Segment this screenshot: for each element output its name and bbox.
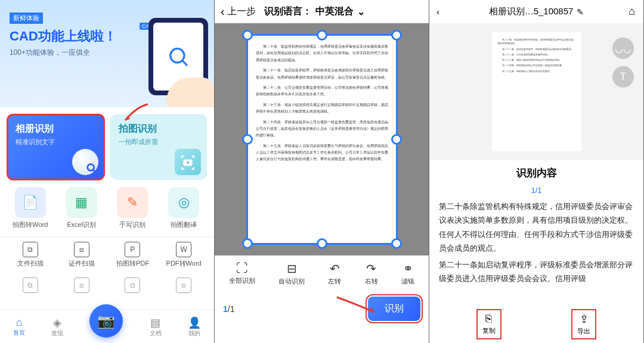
card-title: 相册识别 [16, 123, 96, 135]
svg-line-1 [182, 61, 187, 66]
filter-icon: ⚭ [401, 261, 414, 276]
back-label[interactable]: 上一步 [227, 5, 256, 18]
language-selector[interactable]: 识别语言： 中英混合 ⌄ [261, 5, 365, 18]
crop-panel: ‹ 上一步 识别语言： 中英混合 ⌄ 第二十条 除监管机构有特殊规定，信用评级委… [215, 0, 429, 343]
result-section-header: 识别内容 [429, 160, 643, 186]
file-scan-icon: ⧉ [23, 242, 38, 257]
crop-frame[interactable]: 第二十条 除监管机构有特殊规定，信用评级委员会评审会议表决实施简单多数原则，具有… [247, 35, 397, 244]
bottom-nav: ⌂首页 ◈发现 📷 ▤文档 👤我的 [0, 310, 214, 343]
nav-docs[interactable]: ▤文档 [150, 316, 162, 338]
annotation-arrow-icon [118, 101, 154, 125]
lang-label: 识别语言： [264, 5, 312, 18]
export-icon: ⇪ [577, 313, 590, 326]
camera-icon: 📷 [97, 313, 115, 329]
annotation-arrow-icon [334, 294, 382, 316]
crop-handle-l[interactable] [242, 134, 253, 145]
card-subtitle: 一拍即成所需 [119, 138, 199, 146]
card-subtitle: 精准识别文字 [16, 138, 96, 146]
excel-icon: ▦ [66, 187, 97, 218]
discover-icon: ◈ [51, 316, 63, 329]
crop-handle-bl[interactable] [242, 238, 253, 249]
crop-tools: ⛶全部识别 ⊟自动识别 ↶左转 ↷右转 ⚭滤镜 [215, 255, 429, 292]
me-icon: 👤 [188, 316, 201, 329]
crop-border [246, 34, 398, 245]
crop-handle-br[interactable] [391, 238, 402, 249]
full-select-icon: ⛶ [229, 261, 255, 275]
fresh-badge: 新鲜体验 [10, 13, 43, 24]
result-page-indicator: 1/1 [429, 186, 643, 195]
page-indicator: 1/1 [223, 304, 234, 314]
feature-excel[interactable]: ▦Excel识别 [58, 187, 105, 229]
crop-handle-b[interactable] [317, 238, 327, 249]
scan-icon: ⊟ [278, 261, 305, 276]
extra-icon: ⧈ [74, 277, 89, 293]
svg-point-0 [171, 49, 184, 63]
crop-header: ‹ 上一步 识别语言： 中英混合 ⌄ [215, 0, 429, 23]
docs-icon: ▤ [150, 316, 162, 329]
home-icon: ⌂ [13, 316, 25, 329]
feature-translate[interactable]: ◎拍图翻译 [160, 187, 207, 229]
nav-discover[interactable]: ◈发现 [51, 316, 63, 338]
extra-item[interactable]: ⧈ [58, 277, 105, 295]
extra-icon: ⧉ [125, 277, 140, 293]
camera-button[interactable]: 📷 [89, 304, 123, 338]
copy-icon: ⎘ [482, 313, 496, 325]
mini-document: 第二十条 除监管机构有特殊规定，信用评级委员会评审会议表决实施简单多数原则。 第… [492, 32, 581, 151]
nav-me[interactable]: 👤我的 [188, 316, 201, 338]
feature-handwrite[interactable]: ✎手写识别 [110, 187, 156, 229]
pdf-icon: P [125, 242, 140, 257]
word-icon: 📄 [15, 187, 46, 218]
photo-to-pdf[interactable]: P拍图转PDF [110, 242, 156, 268]
main-cards: 相册识别 精准识别文字 拍图识别 一拍即成所需 [0, 107, 214, 187]
extra-item[interactable]: ⧉ [7, 277, 54, 295]
back-icon[interactable]: ‹ [436, 7, 439, 17]
extra-icon: ⧉ [23, 277, 38, 293]
edit-icon[interactable]: ✎ [577, 7, 584, 17]
extra-icon: ⧈ [176, 277, 191, 293]
lang-value: 中英混合 [315, 5, 354, 18]
back-icon[interactable]: ‹ [221, 5, 225, 18]
secondary-feature-row: ⧉文件扫描 ⧈证件扫描 P拍图转PDF WPDF转Word [0, 236, 214, 273]
float-buttons: ◡◡ T [612, 38, 634, 88]
camera-scan-icon [175, 149, 201, 175]
export-button[interactable]: ⇪导出 [572, 310, 595, 338]
chevron-down-icon: ⌄ [357, 6, 365, 17]
banner: 新鲜体验 CAD功能上线啦！ 100+功能体验，一应俱全 CAD [0, 0, 214, 107]
text-mode-button[interactable]: T [612, 66, 634, 88]
extra-item[interactable]: ⧉ [110, 277, 156, 295]
rotate-right-icon: ↷ [365, 261, 378, 276]
feature-word[interactable]: 📄拍图转Word [7, 187, 54, 229]
id-scan-icon: ⧈ [74, 242, 89, 257]
crop-handle-tr[interactable] [391, 30, 402, 40]
nav-home[interactable]: ⌂首页 [13, 316, 25, 337]
result-paragraph: 第二十一条如启动复评程序，评级标准委员会增派部分评级委员进入信用评级委员会会议。… [439, 258, 634, 286]
copy-button[interactable]: ⎘复制 [478, 310, 500, 338]
crop-handle-r[interactable] [391, 134, 402, 145]
result-title: 相册识别…5_100857 [489, 6, 574, 17]
eye-closed-icon: ◡◡ [615, 43, 631, 54]
crop-handle-t[interactable] [317, 30, 327, 40]
home-panel: 新鲜体验 CAD功能上线啦！ 100+功能体验，一应俱全 CAD 相册识别 精准… [0, 0, 215, 343]
rotate-left-tool[interactable]: ↶左转 [328, 261, 341, 286]
filter-tool[interactable]: ⚭滤镜 [401, 261, 414, 286]
auto-recognize-tool[interactable]: ⊟自动识别 [278, 261, 305, 286]
svg-point-5 [186, 161, 190, 165]
preview-area: 第二十条 除监管机构有特殊规定，信用评级委员会评审会议表决实施简单多数原则。 第… [429, 23, 643, 160]
recognize-all-tool[interactable]: ⛶全部识别 [229, 261, 255, 286]
result-body[interactable]: 第二十条除监管机构有特殊规定，信用评级委员会评审会议表决实施简单多数原则，具有信… [429, 199, 643, 289]
file-scan[interactable]: ⧉文件扫描 [7, 242, 54, 268]
result-paragraph: 第二十条除监管机构有特殊规定，信用评级委员会评审会议表决实施简单多数原则，具有信… [439, 199, 634, 255]
crop-handle-tl[interactable] [242, 30, 253, 40]
feature-grid: 📄拍图转Word ▦Excel识别 ✎手写识别 ◎拍图翻译 [0, 187, 214, 236]
album-recognize-card[interactable]: 相册识别 精准识别文字 [7, 114, 104, 180]
view-toggle-button[interactable]: ◡◡ [612, 38, 634, 59]
crop-bottom: 1/1 识别 [215, 292, 429, 326]
id-scan[interactable]: ⧈证件扫描 [58, 242, 105, 268]
extra-item[interactable]: ⧈ [160, 277, 207, 295]
rotate-right-tool[interactable]: ↷右转 [365, 261, 378, 286]
document-area: 第二十条 除监管机构有特殊规定，信用评级委员会评审会议表决实施简单多数原则，具有… [215, 23, 429, 255]
home-icon[interactable]: ⌂ [628, 5, 635, 18]
word-convert-icon: W [176, 242, 191, 257]
text-icon: T [620, 71, 626, 82]
pdf-to-word[interactable]: WPDF转Word [160, 242, 207, 268]
